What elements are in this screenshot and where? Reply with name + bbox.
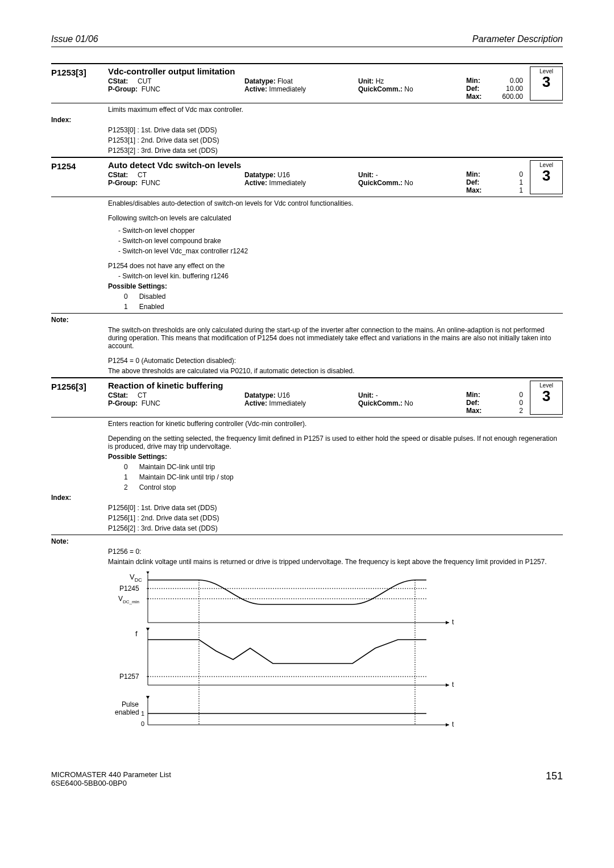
def-label: Def: — [466, 178, 479, 186]
page-number: 151 — [546, 770, 563, 787]
ytick-label: V — [118, 595, 123, 603]
axis-label: Pulse — [122, 700, 139, 708]
unit-label: Unit: — [358, 391, 374, 399]
quick-label: QuickComm.: — [358, 85, 403, 93]
ytick-label-sub: DC_min — [123, 599, 139, 604]
option-text: Disabled — [139, 293, 166, 301]
option-num: 0 — [124, 293, 128, 301]
level-value: 3 — [530, 389, 562, 403]
option-text: Control stop — [139, 483, 176, 491]
pgroup-label: P-Group: — [108, 399, 138, 407]
param-desc: P1254 does not have any effect on the — [108, 262, 563, 270]
note-text: Maintain dclink voltage until mains is r… — [108, 558, 563, 566]
list-item: - Switch-on level compound brake — [118, 237, 563, 245]
max-value: 1 — [519, 186, 523, 194]
cstat-label: CStat: — [108, 391, 128, 399]
index-item: P1253[1] : 2nd. Drive data set (DDS) — [108, 136, 563, 144]
axis-label: f — [135, 629, 138, 638]
axis-label: t — [452, 720, 454, 728]
active-label: Active: — [244, 179, 267, 187]
param-id: P1256[3] — [51, 381, 108, 415]
header-left: Issue 01/06 — [51, 34, 98, 44]
cstat-label: CStat: — [108, 171, 128, 179]
def-value: 0 — [519, 399, 523, 407]
param-desc: Limits maximum effect of Vdc max control… — [108, 106, 563, 114]
axis-label: enabled — [115, 708, 139, 716]
axis-label: t — [452, 618, 454, 626]
index-item: P1256[2] : 3rd. Drive data set (DDS) — [108, 524, 563, 532]
unit-label: Unit: — [358, 77, 374, 85]
param-desc: Enables/disables auto-detection of switc… — [108, 199, 563, 207]
param-desc: Enters reaction for kinetic buffering co… — [108, 420, 563, 428]
svg-text:VDC_min: VDC_min — [118, 595, 139, 604]
level-value: 3 — [530, 168, 562, 183]
pgroup-value: FUNC — [142, 179, 160, 187]
ytick-label: 0 — [141, 720, 144, 727]
unit-value: - — [376, 171, 378, 179]
quick-value: No — [404, 85, 413, 93]
active-label: Active: — [244, 399, 267, 407]
possible-settings-label: Possible Settings: — [108, 453, 563, 461]
page-header: Issue 01/06 Parameter Description — [51, 34, 563, 47]
min-label: Min: — [466, 391, 480, 399]
index-item: P1256[1] : 2nd. Drive data set (DDS) — [108, 514, 563, 522]
possible-settings-label: Possible Settings: — [108, 282, 563, 290]
level-box: Level 3 — [530, 381, 563, 415]
level-box: Level 3 — [530, 160, 563, 194]
index-item: P1253[2] : 3rd. Drive data set (DDS) — [108, 147, 563, 155]
quick-value: No — [404, 179, 413, 187]
active-value: Immediately — [269, 179, 306, 187]
param-title: Auto detect Vdc switch-on levels — [108, 160, 466, 170]
max-value: 600.00 — [502, 93, 523, 101]
index-item: P1256[0] : 1st. Drive data set (DDS) — [108, 504, 563, 512]
option-num: 2 — [124, 483, 128, 491]
note-text: The switch-on thresholds are only calcul… — [108, 326, 563, 350]
datatype-label: Datatype: — [244, 391, 276, 399]
note-text: P1254 = 0 (Automatic Detection disabled)… — [108, 357, 563, 365]
param-p1254: P1254 Auto detect Vdc switch-on levels C… — [51, 157, 563, 375]
param-id: P1253[3] — [51, 66, 108, 101]
datatype-value: U16 — [277, 171, 290, 179]
option-num: 1 — [124, 303, 128, 311]
note-text: The above thresholds are calculated via … — [108, 367, 563, 375]
pgroup-label: P-Group: — [108, 179, 138, 187]
unit-value: Hz — [376, 77, 384, 85]
def-label: Def: — [466, 399, 479, 407]
level-box: Level 3 — [530, 66, 563, 101]
ytick-label: P1245 — [119, 585, 139, 592]
active-value: Immediately — [269, 85, 306, 93]
option-text: Maintain DC-link until trip — [139, 463, 215, 471]
axis-label-sub: DC — [135, 577, 142, 583]
level-value: 3 — [530, 74, 562, 89]
max-label: Max: — [466, 407, 482, 415]
timing-diagram: VDC P1245 VDC_min t — [108, 571, 478, 736]
pgroup-label: P-Group: — [108, 85, 138, 93]
page-footer: MICROMASTER 440 Parameter List 6SE6400-5… — [51, 770, 563, 787]
min-label: Min: — [466, 77, 480, 85]
axis-label: V — [130, 573, 135, 581]
pgroup-value: FUNC — [142, 399, 160, 407]
index-item: P1253[0] : 1st. Drive data set (DDS) — [108, 126, 563, 134]
param-desc: Depending on the setting selected, the f… — [108, 435, 563, 450]
note-label: Note: — [51, 316, 108, 324]
index-label: Index: — [51, 116, 108, 124]
cstat-value: CT — [138, 171, 147, 179]
def-value: 10.00 — [506, 85, 523, 93]
cstat-value: CUT — [138, 77, 152, 85]
minmax: Min:0 Def:0 Max:2 — [466, 381, 523, 415]
list-item: - Switch-on level Vdc_max controller r12… — [118, 247, 563, 255]
cstat-label: CStat: — [108, 77, 128, 85]
max-label: Max: — [466, 93, 482, 101]
param-p1256: P1256[3] Reaction of kinetic buffering C… — [51, 377, 563, 736]
min-value: 0 — [519, 170, 523, 178]
active-label: Active: — [244, 85, 267, 93]
def-label: Def: — [466, 85, 479, 93]
footer-line2: 6SE6400-5BB00-0BP0 — [51, 779, 171, 787]
quick-label: QuickComm.: — [358, 399, 403, 407]
pgroup-value: FUNC — [142, 85, 160, 93]
cstat-value: CT — [138, 391, 147, 399]
datatype-value: U16 — [277, 391, 290, 399]
minmax: Min:0.00 Def:10.00 Max:600.00 — [466, 66, 523, 101]
index-label: Index: — [51, 494, 108, 502]
option-num: 0 — [124, 463, 128, 471]
